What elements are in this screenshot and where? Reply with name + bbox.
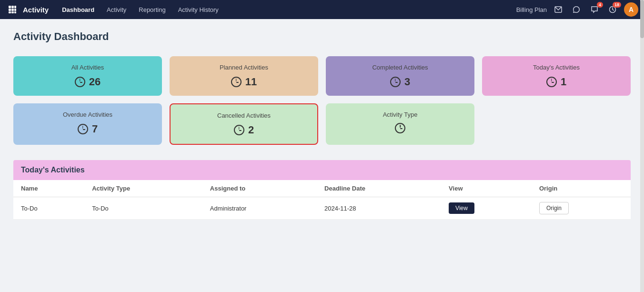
svg-rect-4	[11, 9, 14, 11]
todays-activities-section: Today's Activities Name Activity Type As…	[13, 160, 631, 220]
completed-activities-value: 3	[335, 76, 465, 88]
nav-item-activity[interactable]: Activity	[101, 3, 132, 16]
activity-type-card[interactable]: Activity Type	[326, 103, 474, 145]
activity-type-label: Activity Type	[335, 111, 465, 118]
completed-activities-label: Completed Activities	[335, 64, 465, 71]
svg-rect-0	[9, 6, 11, 8]
planned-activities-label: Planned Activities	[179, 64, 309, 71]
whatsapp-icon[interactable]	[570, 3, 583, 16]
row-view-cell: View	[441, 197, 532, 220]
col-view: View	[441, 180, 532, 197]
cancelled-activities-label: Cancelled Activities	[180, 112, 308, 119]
origin-button[interactable]: Origin	[539, 202, 569, 214]
section-header: Today's Activities	[13, 160, 631, 180]
nav-item-reporting[interactable]: Reporting	[133, 3, 171, 16]
clock-icon-today	[546, 77, 557, 87]
completed-activities-card[interactable]: Completed Activities 3	[326, 56, 474, 96]
scrollbar-thumb[interactable]	[640, 0, 644, 38]
table-header-row: Name Activity Type Assigned to Deadline …	[13, 180, 631, 197]
svg-rect-5	[14, 9, 16, 11]
col-deadline: Deadline Date	[317, 180, 441, 197]
svg-rect-1	[11, 6, 14, 8]
clock-badge: 18	[613, 2, 621, 8]
view-button[interactable]: View	[449, 202, 474, 214]
col-activity-type: Activity Type	[84, 180, 202, 197]
table-header: Name Activity Type Assigned to Deadline …	[13, 180, 631, 197]
cards-row1: All Activities 26 Planned Activities 11 …	[13, 56, 631, 96]
overdue-activities-card[interactable]: Overdue Activities 7	[13, 103, 162, 145]
cards-row2: Overdue Activities 7 Cancelled Activitie…	[13, 103, 631, 145]
svg-rect-2	[14, 6, 16, 8]
planned-activities-card[interactable]: Planned Activities 11	[170, 56, 318, 96]
clock-icon-all	[75, 77, 85, 87]
row-assigned-to: Administrator	[202, 197, 317, 220]
clock-icon-cancelled	[234, 125, 244, 135]
app-brand: Activity	[23, 6, 49, 14]
top-navigation: Activity Dashboard Activity Reporting Ac…	[0, 0, 644, 19]
planned-activities-value: 11	[179, 76, 309, 88]
clock-icon-planned	[231, 77, 242, 87]
clock-icon-type	[395, 123, 405, 133]
scrollbar-track[interactable]	[640, 0, 644, 231]
email-icon[interactable]	[552, 3, 565, 16]
activity-type-value	[335, 123, 465, 133]
svg-rect-7	[11, 11, 14, 13]
overdue-activities-label: Overdue Activities	[23, 111, 152, 118]
svg-rect-3	[9, 9, 11, 11]
row-deadline: 2024-11-28	[317, 197, 441, 220]
todays-activities-value: 1	[492, 76, 621, 88]
overdue-activities-value: 7	[23, 123, 152, 135]
cancelled-activities-value: 2	[180, 124, 308, 136]
row-name: To-Do	[13, 197, 84, 220]
chat-icon[interactable]: 4	[588, 3, 601, 16]
table-body: To-Do To-Do Administrator 2024-11-28 Vie…	[13, 197, 631, 220]
nav-item-dashboard[interactable]: Dashboard	[56, 3, 100, 16]
nav-right: Billing Plan 4 18 A	[516, 2, 638, 17]
page-content: Activity Dashboard All Activities 26 Pla…	[0, 19, 644, 231]
row-origin-cell: Origin	[532, 197, 631, 220]
nav-menu: Dashboard Activity Reporting Activity Hi…	[56, 3, 514, 16]
row-activity-type: To-Do	[84, 197, 202, 220]
app-grid-icon[interactable]	[6, 3, 19, 16]
clock-icon-overdue	[78, 124, 88, 134]
todays-activities-label: Today's Activities	[492, 64, 621, 71]
chat-badge: 4	[597, 2, 603, 8]
nav-item-history[interactable]: Activity History	[172, 3, 224, 16]
cancelled-activities-card[interactable]: Cancelled Activities 2	[170, 103, 318, 145]
clock-nav-icon[interactable]: 18	[606, 3, 619, 16]
empty-card	[482, 103, 631, 145]
all-activities-value: 26	[23, 76, 152, 88]
all-activities-card[interactable]: All Activities 26	[13, 56, 162, 96]
col-assigned-to: Assigned to	[202, 180, 317, 197]
table-row: To-Do To-Do Administrator 2024-11-28 Vie…	[13, 197, 631, 220]
billing-plan-label: Billing Plan	[516, 6, 547, 13]
todays-activities-card[interactable]: Today's Activities 1	[482, 56, 631, 96]
page-title: Activity Dashboard	[13, 30, 631, 43]
user-avatar[interactable]: A	[624, 2, 638, 17]
activities-table: Name Activity Type Assigned to Deadline …	[13, 180, 631, 220]
col-name: Name	[13, 180, 84, 197]
svg-rect-8	[14, 11, 16, 13]
all-activities-label: All Activities	[23, 64, 152, 71]
svg-rect-6	[9, 11, 11, 13]
clock-icon-completed	[390, 77, 401, 87]
col-origin: Origin	[532, 180, 631, 197]
